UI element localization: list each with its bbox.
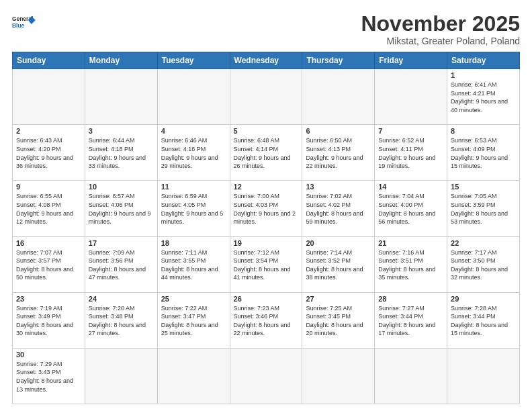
- header-thursday: Thursday: [302, 52, 375, 69]
- day-17: 17 Sunrise: 7:09 AMSunset: 3:56 PMDaylig…: [85, 236, 157, 292]
- day-23: 23 Sunrise: 7:19 AMSunset: 3:49 PMDaylig…: [13, 292, 85, 348]
- day-empty: [447, 348, 520, 404]
- day-empty: [230, 348, 302, 404]
- week-row-5: 23 Sunrise: 7:19 AMSunset: 3:49 PMDaylig…: [13, 292, 520, 348]
- day-26: 26 Sunrise: 7:23 AMSunset: 3:46 PMDaylig…: [230, 292, 302, 348]
- day-15: 15 Sunrise: 7:05 AMSunset: 3:59 PMDaylig…: [447, 181, 520, 236]
- header-sunday: Sunday: [13, 52, 85, 69]
- title-block: November 2025 Mikstat, Greater Poland, P…: [361, 12, 520, 46]
- day-14: 14 Sunrise: 7:04 AMSunset: 4:00 PMDaylig…: [375, 181, 447, 236]
- day-6: 6 Sunrise: 6:50 AMSunset: 4:13 PMDayligh…: [302, 125, 375, 181]
- day-9: 9 Sunrise: 6:55 AMSunset: 4:08 PMDayligh…: [13, 181, 85, 236]
- week-row-1: 1 Sunrise: 6:41 AMSunset: 4:21 PMDayligh…: [13, 69, 520, 125]
- day-empty: [157, 348, 230, 404]
- day-29: 29 Sunrise: 7:28 AMSunset: 3:44 PMDaylig…: [447, 292, 520, 348]
- day-7: 7 Sunrise: 6:52 AMSunset: 4:11 PMDayligh…: [375, 125, 447, 181]
- day-13: 13 Sunrise: 7:02 AMSunset: 4:02 PMDaylig…: [302, 181, 375, 236]
- day-4: 4 Sunrise: 6:46 AMSunset: 4:16 PMDayligh…: [157, 125, 230, 181]
- week-row-4: 16 Sunrise: 7:07 AMSunset: 3:57 PMDaylig…: [13, 236, 520, 292]
- day-empty: [302, 69, 375, 125]
- day-empty: [13, 69, 85, 125]
- day-empty: [230, 69, 302, 125]
- svg-text:Blue: Blue: [12, 22, 25, 29]
- day-30: 30 Sunrise: 7:29 AMSunset: 3:43 PMDaylig…: [13, 348, 85, 404]
- calendar-table: Sunday Monday Tuesday Wednesday Thursday…: [12, 52, 520, 404]
- week-row-2: 2 Sunrise: 6:43 AMSunset: 4:20 PMDayligh…: [13, 125, 520, 181]
- day-21: 21 Sunrise: 7:16 AMSunset: 3:51 PMDaylig…: [375, 236, 447, 292]
- header-wednesday: Wednesday: [230, 52, 302, 69]
- day-1: 1 Sunrise: 6:41 AMSunset: 4:21 PMDayligh…: [447, 69, 520, 125]
- day-2: 2 Sunrise: 6:43 AMSunset: 4:20 PMDayligh…: [13, 125, 85, 181]
- day-11: 11 Sunrise: 6:59 AMSunset: 4:05 PMDaylig…: [157, 181, 230, 236]
- day-empty: [375, 348, 447, 404]
- day-24: 24 Sunrise: 7:20 AMSunset: 3:48 PMDaylig…: [85, 292, 157, 348]
- day-3: 3 Sunrise: 6:44 AMSunset: 4:18 PMDayligh…: [85, 125, 157, 181]
- header-monday: Monday: [85, 52, 157, 69]
- day-empty: [85, 69, 157, 125]
- header-saturday: Saturday: [447, 52, 520, 69]
- day-28: 28 Sunrise: 7:27 AMSunset: 3:44 PMDaylig…: [375, 292, 447, 348]
- location-subtitle: Mikstat, Greater Poland, Poland: [361, 36, 520, 46]
- week-row-3: 9 Sunrise: 6:55 AMSunset: 4:08 PMDayligh…: [13, 181, 520, 236]
- day-25: 25 Sunrise: 7:22 AMSunset: 3:47 PMDaylig…: [157, 292, 230, 348]
- header-tuesday: Tuesday: [157, 52, 230, 69]
- day-22: 22 Sunrise: 7:17 AMSunset: 3:50 PMDaylig…: [447, 236, 520, 292]
- day-empty: [85, 348, 157, 404]
- generalblue-logo-icon: GeneralBlue: [12, 12, 36, 32]
- day-8: 8 Sunrise: 6:53 AMSunset: 4:09 PMDayligh…: [447, 125, 520, 181]
- logo: GeneralBlue: [12, 12, 36, 32]
- day-5: 5 Sunrise: 6:48 AMSunset: 4:14 PMDayligh…: [230, 125, 302, 181]
- month-title: November 2025: [361, 12, 520, 36]
- header-friday: Friday: [375, 52, 447, 69]
- day-empty: [302, 348, 375, 404]
- day-empty: [375, 69, 447, 125]
- day-16: 16 Sunrise: 7:07 AMSunset: 3:57 PMDaylig…: [13, 236, 85, 292]
- day-12: 12 Sunrise: 7:00 AMSunset: 4:03 PMDaylig…: [230, 181, 302, 236]
- day-27: 27 Sunrise: 7:25 AMSunset: 3:45 PMDaylig…: [302, 292, 375, 348]
- page: GeneralBlue November 2025 Mikstat, Great…: [0, 0, 532, 411]
- day-20: 20 Sunrise: 7:14 AMSunset: 3:52 PMDaylig…: [302, 236, 375, 292]
- weekday-header-row: Sunday Monday Tuesday Wednesday Thursday…: [13, 52, 520, 69]
- day-19: 19 Sunrise: 7:12 AMSunset: 3:54 PMDaylig…: [230, 236, 302, 292]
- day-empty: [157, 69, 230, 125]
- week-row-6: 30 Sunrise: 7:29 AMSunset: 3:43 PMDaylig…: [13, 348, 520, 404]
- day-10: 10 Sunrise: 6:57 AMSunset: 4:06 PMDaylig…: [85, 181, 157, 236]
- header: GeneralBlue November 2025 Mikstat, Great…: [12, 12, 520, 46]
- day-18: 18 Sunrise: 7:11 AMSunset: 3:55 PMDaylig…: [157, 236, 230, 292]
